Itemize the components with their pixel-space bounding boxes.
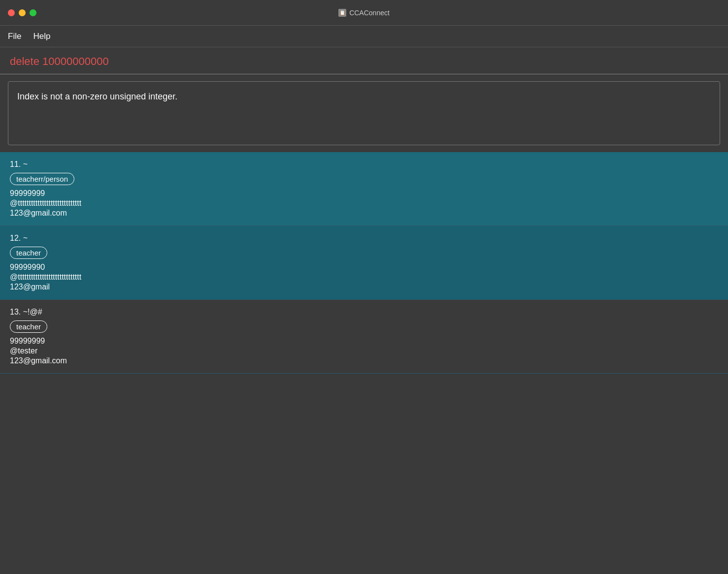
menu-help[interactable]: Help xyxy=(33,32,50,41)
maximize-button[interactable] xyxy=(30,9,36,16)
title-text: CCAConnect xyxy=(349,9,390,17)
item-index-12: 12. ~ xyxy=(10,234,718,243)
item-role-11: teacherr/person xyxy=(10,173,74,185)
item-role-12: teacher xyxy=(10,247,47,259)
item-email-13: 123@gmail.com xyxy=(10,356,718,365)
item-email-12: 123@gmail xyxy=(10,283,718,291)
item-index-13: 13. ~!@# xyxy=(10,308,718,317)
window-title: 📋 CCAConnect xyxy=(338,9,390,17)
app-icon: 📋 xyxy=(338,9,346,17)
list-item: 13. ~!@# teacher 99999999 @tester 123@gm… xyxy=(0,300,728,374)
command-text: delete 10000000000 xyxy=(10,55,109,67)
traffic-lights xyxy=(8,9,36,16)
item-email-11: 123@gmail.com xyxy=(10,209,718,218)
list-item: 11. ~ teacherr/person 99999999 @tttttttt… xyxy=(0,152,728,226)
item-phone-12: 99999990 xyxy=(10,263,718,272)
item-phone-13: 99999999 xyxy=(10,337,718,346)
item-role-13: teacher xyxy=(10,320,47,333)
item-username-13: @tester xyxy=(10,347,718,355)
error-message: Index is not a non-zero unsigned integer… xyxy=(17,92,177,101)
close-button[interactable] xyxy=(8,9,15,16)
menu-bar: File Help xyxy=(0,26,728,47)
error-box: Index is not a non-zero unsigned integer… xyxy=(8,81,720,145)
item-phone-11: 99999999 xyxy=(10,189,718,198)
item-index-11: 11. ~ xyxy=(10,160,718,169)
command-area: delete 10000000000 xyxy=(0,47,728,74)
item-username-12: @ttttttttttttttttttttttttttttt xyxy=(10,273,718,282)
minimize-button[interactable] xyxy=(19,9,26,16)
list-item: 12. ~ teacher 99999990 @tttttttttttttttt… xyxy=(0,226,728,300)
results-area[interactable]: 11. ~ teacherr/person 99999999 @tttttttt… xyxy=(0,152,728,556)
title-bar: 📋 CCAConnect xyxy=(0,0,728,26)
menu-file[interactable]: File xyxy=(8,32,21,41)
item-username-11: @ttttttttttttttttttttttttttttt xyxy=(10,199,718,208)
